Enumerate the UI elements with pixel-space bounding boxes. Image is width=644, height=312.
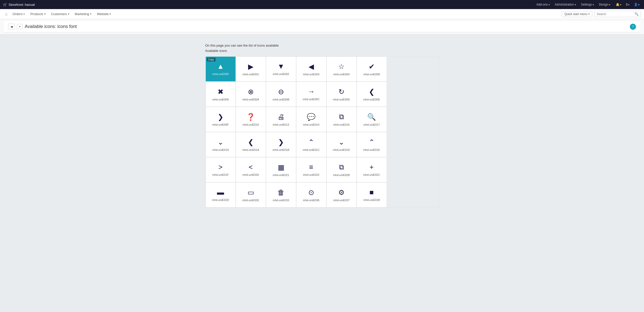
icon-code-mhd-uniE022: mhd-uniE022 <box>303 173 319 176</box>
marketing-nav[interactable]: Marketing ▾ <box>72 11 94 17</box>
search-input[interactable] <box>595 11 632 17</box>
icon-code-mhd-uniE020: mhd-uniE020 <box>243 173 259 176</box>
icon-symbol-mhd-uniE010: ❓ <box>246 113 255 121</box>
top-bar: 🛒 Storefront: haouat Add-ons ▾ Administr… <box>0 0 644 9</box>
icon-code-mhd-uniE01F: mhd-uniE01F <box>212 173 229 176</box>
icon-cell-mhd-uniE02C[interactable]: +mhd-uniE02C <box>357 157 387 182</box>
icon-code-mhd-uniE00C: mhd-uniE00C <box>303 98 320 101</box>
icon-code-mhd-uniE01E: mhd-uniE01E <box>363 148 380 151</box>
help-button[interactable]: ? <box>630 24 636 30</box>
customers-nav[interactable]: Customers ▾ <box>49 11 72 17</box>
icon-cell-mhd-uniE00D[interactable]: ↻mhd-uniE00D <box>326 82 357 107</box>
icon-cell-mhd-uniE01A[interactable]: ❮mhd-uniE01A <box>236 132 266 157</box>
icon-cell-mhd-uniE000[interactable]: Copy▲mhd-uniE000 <box>206 56 236 82</box>
notifications-icon[interactable]: 🔔 ▾ <box>614 2 623 7</box>
icon-code-mhd-uniE00D: mhd-uniE00D <box>333 98 350 101</box>
icon-code-mhd-uniE009: mhd-uniE009 <box>212 98 229 101</box>
icon-symbol-mhd-uniE02E: ▭ <box>248 188 254 197</box>
icon-cell-mhd-uniE02E[interactable]: ▭mhd-uniE02E <box>236 182 266 207</box>
icon-symbol-mhd-uniE01E: ⌃ <box>369 138 375 146</box>
icon-cell-mhd-uniE00E[interactable]: ❮mhd-uniE00E <box>357 82 387 107</box>
icon-cell-mhd-uniE009[interactable]: ✖mhd-uniE009 <box>206 82 236 107</box>
icon-cell-mhd-uniE00A[interactable]: ⊗mhd-uniE00A <box>236 82 266 107</box>
icon-cell-mhd-uniE022[interactable]: ≡mhd-uniE022 <box>296 157 326 182</box>
icon-code-mhd-uniE02D: mhd-uniE02D <box>212 198 229 201</box>
icon-code-mhd-uniE037: mhd-uniE037 <box>333 199 350 202</box>
icon-cell-mhd-uniE016[interactable]: ⧉mhd-uniE016 <box>326 107 357 132</box>
settings-menu[interactable]: Settings ▾ <box>579 2 596 7</box>
icon-cell-mhd-uniE037[interactable]: ⚙mhd-uniE037 <box>326 182 357 207</box>
icon-cell-mhd-uniE002[interactable]: ▼mhd-uniE002 <box>266 56 296 82</box>
icon-code-mhd-uniE02E: mhd-uniE02E <box>242 199 259 202</box>
orders-nav[interactable]: Orders ▾ <box>10 11 27 17</box>
icon-cell-mhd-uniE036[interactable]: ⊙mhd-uniE036 <box>296 182 326 207</box>
currency-selector[interactable]: $ ▾ <box>624 2 631 7</box>
secondary-nav: ⌂ Orders ▾ Products ▾ Customers ▾ Market… <box>0 9 644 19</box>
icon-cell-mhd-uniE00C[interactable]: →mhd-uniE00C <box>296 82 326 107</box>
icon-symbol-mhd-uniE008: ✔ <box>369 62 375 71</box>
icon-cell-mhd-uniE014[interactable]: 💬mhd-uniE014 <box>296 107 326 132</box>
icon-cell-mhd-uniE013[interactable]: 🖨mhd-uniE013 <box>266 107 296 132</box>
icon-symbol-mhd-uniE01B: ❯ <box>278 138 284 146</box>
icon-cell-mhd-uniE004[interactable]: ☆mhd-uniE004 <box>326 56 357 82</box>
icon-symbol-mhd-uniE033: 🗑 <box>278 188 285 197</box>
icon-cell-mhd-uniE003[interactable]: ◀mhd-uniE003 <box>296 56 326 82</box>
icon-code-mhd-uniE017: mhd-uniE017 <box>363 123 380 126</box>
header-dropdown-button[interactable]: ▾ <box>17 24 23 29</box>
page-title: Available icons: icons font <box>25 24 628 29</box>
icon-cell-mhd-uniE01D[interactable]: ⌄mhd-uniE01D <box>326 132 357 157</box>
copy-badge: Copy <box>207 58 216 61</box>
icon-code-mhd-uniE01C: mhd-uniE01C <box>303 148 320 151</box>
icon-code-mhd-uniE00B: mhd-uniE00B <box>273 98 289 101</box>
icon-code-mhd-uniE000: mhd-uniE000 <box>212 73 229 76</box>
icon-cell-mhd-uniE00F[interactable]: ❯mhd-uniE00F <box>206 107 236 132</box>
search-button[interactable]: 🔍 <box>632 11 641 17</box>
icon-cell-mhd-uniE02B[interactable]: ⧉mhd-uniE02B <box>326 157 357 182</box>
icon-cell-mhd-uniE02D[interactable]: ▬mhd-uniE02D <box>206 182 236 207</box>
products-nav[interactable]: Products ▾ <box>28 11 48 17</box>
icon-symbol-mhd-uniE00C: → <box>308 88 315 96</box>
home-icon[interactable]: ⌂ <box>3 11 10 17</box>
user-menu[interactable]: 👤 ▾ <box>632 2 641 7</box>
icon-symbol-mhd-uniE037: ⚙ <box>338 188 345 197</box>
top-nav: Add-ons ▾ Administration ▾ Settings ▾ De… <box>534 2 612 7</box>
icon-cell-mhd-uniE019[interactable]: ⌄mhd-uniE019 <box>206 132 236 157</box>
back-button[interactable]: ◀ <box>8 24 15 30</box>
addons-menu[interactable]: Add-ons ▾ <box>534 2 552 7</box>
top-bar-icons: 🔔 ▾ $ ▾ 👤 ▾ <box>614 2 641 7</box>
main-content: On this page you can see the list of ico… <box>201 39 443 213</box>
icon-code-mhd-uniE014: mhd-uniE014 <box>303 123 319 126</box>
icon-cell-mhd-uniE020[interactable]: <mhd-uniE020 <box>236 157 266 182</box>
icon-cell-mhd-uniE01F[interactable]: >mhd-uniE01F <box>206 157 236 182</box>
administration-menu[interactable]: Administration ▾ <box>553 2 578 7</box>
icon-cell-mhd-uniE008[interactable]: ✔mhd-uniE008 <box>357 56 387 82</box>
icon-cell-mhd-uniE010[interactable]: ❓mhd-uniE010 <box>236 107 266 132</box>
icon-code-mhd-uniE008: mhd-uniE008 <box>363 73 380 76</box>
brand-name: Storefront: haouat <box>9 3 35 7</box>
icon-cell-mhd-uniE038[interactable]: ■mhd-uniE038 <box>357 182 387 207</box>
icon-code-mhd-uniE02C: mhd-uniE02C <box>363 173 380 176</box>
icon-symbol-mhd-uniE038: ■ <box>369 188 374 196</box>
icon-cell-mhd-uniE017[interactable]: 🔍mhd-uniE017 <box>357 107 387 132</box>
icon-cell-mhd-uniE01C[interactable]: ⌃mhd-uniE01C <box>296 132 326 157</box>
design-menu[interactable]: Design ▾ <box>597 2 612 7</box>
icon-cell-mhd-uniE01B[interactable]: ❯mhd-uniE01B <box>266 132 296 157</box>
quick-start-button[interactable]: Quick start menu ▾ <box>562 11 592 17</box>
icon-symbol-mhd-uniE017: 🔍 <box>367 113 376 121</box>
icon-code-mhd-uniE01B: mhd-uniE01B <box>273 148 289 151</box>
icon-cell-mhd-uniE001[interactable]: ▶mhd-uniE001 <box>236 56 266 82</box>
website-nav[interactable]: Website ▾ <box>94 11 114 17</box>
icon-cell-mhd-uniE01E[interactable]: ⌃mhd-uniE01E <box>357 132 387 157</box>
icon-symbol-mhd-uniE013: 🖨 <box>278 113 285 121</box>
icon-cell-mhd-uniE033[interactable]: 🗑mhd-uniE033 <box>266 182 296 207</box>
icon-symbol-mhd-uniE01A: ❮ <box>248 138 254 146</box>
icon-cell-mhd-uniE021[interactable]: ▦mhd-uniE021 <box>266 157 296 182</box>
icon-symbol-mhd-uniE01F: > <box>218 163 222 171</box>
icon-code-mhd-uniE00F: mhd-uniE00F <box>212 123 229 126</box>
icon-symbol-mhd-uniE000: ▲ <box>217 62 224 71</box>
icon-symbol-mhd-uniE00F: ❯ <box>218 113 223 121</box>
icon-cell-mhd-uniE00B[interactable]: ⊖mhd-uniE00B <box>266 82 296 107</box>
icon-symbol-mhd-uniE02B: ⧉ <box>339 163 344 171</box>
icon-symbol-mhd-uniE01D: ⌄ <box>338 138 344 146</box>
icon-code-mhd-uniE00A: mhd-uniE00A <box>242 98 259 101</box>
